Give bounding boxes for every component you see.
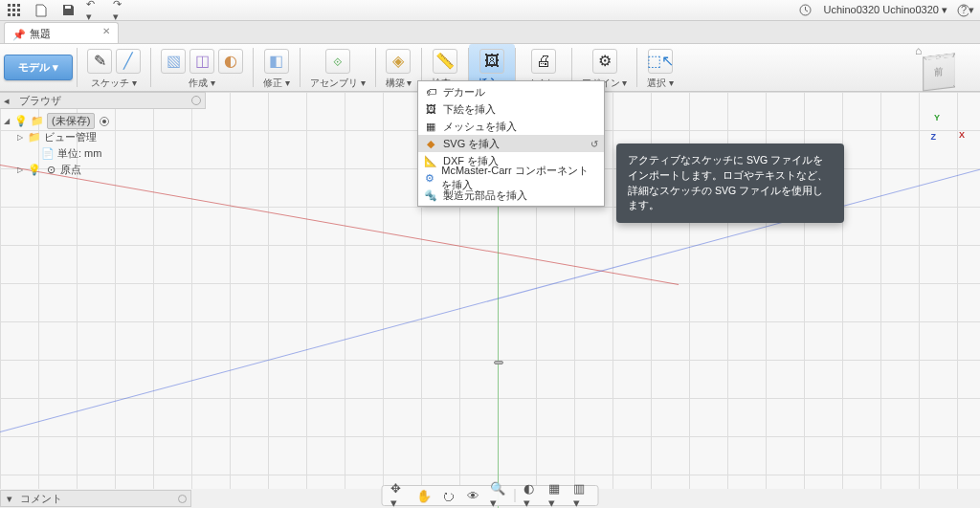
ribbon-construct[interactable]: ◈ 構築 ▾ (376, 44, 422, 91)
construct-icon: ◈ (386, 49, 411, 74)
viewcube-right[interactable]: 右 (953, 53, 955, 87)
ribbon-assembly[interactable]: ⟐ アセンブリ ▾ (301, 44, 375, 91)
menu-item-canvas[interactable]: 🖼下絵を挿入 (418, 100, 604, 118)
sketch-line-icon: ╱ (116, 49, 141, 74)
select-icon: ⬚↖ (648, 49, 673, 74)
ribbon-create[interactable]: ▧◫◐ 作成 ▾ (151, 44, 253, 91)
tree-item-origin[interactable]: ▷ 💡 ⊙ 原点 (2, 162, 204, 178)
top-toolbar: ↶ ▾ ↷ ▾ Uchino0320 Uchino0320 ▾ ? ▾ (0, 0, 980, 21)
lightbulb-off-icon[interactable]: 💡 (28, 164, 41, 177)
ribbon-label: スケッチ ▾ (91, 77, 137, 90)
viewport-layout-icon[interactable]: ▥ ▾ (573, 487, 590, 504)
axis-triad: X Y Z (932, 113, 965, 145)
ribbon-sketch[interactable]: ✎╱ スケッチ ▾ (78, 44, 150, 91)
browser-title: ブラウザ (19, 94, 61, 108)
ribbon-label: アセンブリ ▾ (310, 77, 366, 90)
orbit-free-icon[interactable]: ⭮ (440, 487, 457, 504)
canvas-icon: 🖼 (424, 102, 437, 116)
home-icon[interactable]: ⌂ (915, 44, 926, 55)
browser-header[interactable]: ◂ ブラウザ (0, 92, 206, 109)
modify-icon: ◧ (264, 49, 289, 74)
triad-z: Z (931, 132, 937, 142)
menu-item-label: 製造元部品を挿入 (443, 188, 527, 203)
menu-item-mcmaster[interactable]: ⚙McMaster-Carr コンポーネントを挿入 (418, 169, 604, 187)
menu-item-svg[interactable]: ◆SVG を挿入 (418, 135, 604, 152)
model-button[interactable]: モデル ▾ (4, 55, 73, 80)
ribbon-label: 構築 ▾ (386, 77, 412, 90)
pin-icon: 📌 (12, 29, 24, 40)
tree-root[interactable]: ◢ 💡 📁 (未保存) (2, 113, 204, 129)
tree-root-label: (未保存) (47, 113, 95, 129)
tree-item-units[interactable]: 📄 単位: mm (2, 145, 204, 162)
box-icon: ▧ (161, 49, 186, 74)
menu-item-decal[interactable]: 🏷デカール (418, 83, 604, 100)
radio-icon[interactable] (100, 117, 109, 126)
component-icon: 📁 (31, 115, 44, 128)
grid-icon[interactable]: ▦ ▾ (548, 487, 566, 504)
close-tab-icon[interactable]: ✕ (102, 26, 114, 37)
tree-item-label: 原点 (60, 163, 81, 177)
collapse-icon[interactable]: ◂ (4, 95, 15, 106)
make-icon: 🖨 (531, 49, 556, 74)
ribbon-select[interactable]: ⬚↖ 選択 ▾ (637, 44, 683, 91)
view-navigation-bar: ✥ ▾ ✋ ⭮ 👁 🔍 ▾ ◐ ▾ ▦ ▾ ▥ ▾ (382, 485, 599, 506)
svg-rect-4 (12, 9, 15, 11)
orbit-icon[interactable]: ✥ ▾ (390, 487, 408, 504)
insert-icon: 🖼 (479, 49, 504, 74)
undo-icon[interactable]: ↶ ▾ (86, 2, 103, 19)
workspace-switcher[interactable]: モデル ▾ (0, 44, 77, 91)
tree-item-label: ビュー管理 (44, 130, 97, 144)
assembly-icon: ⟐ (325, 49, 350, 74)
document-tabs: 📌 無題 ✕ (0, 21, 980, 44)
twisty-icon[interactable]: ▷ (15, 166, 25, 174)
svg-rect-1 (12, 4, 15, 7)
svg-rect-8 (17, 13, 20, 16)
browser-panel: ◂ ブラウザ ◢ 💡 📁 (未保存) ▷ 📁 ビュー管理 📄 単位: mm ▷ … (0, 92, 206, 182)
inspect-icon: 📏 (433, 49, 457, 74)
y-axis-line (498, 165, 499, 508)
zoom-icon[interactable]: 🔍 ▾ (490, 487, 507, 504)
bottom-bar: ▾ コメント ✥ ▾ ✋ ⭮ 👁 🔍 ▾ ◐ ▾ ▦ ▾ ▥ ▾ (0, 489, 980, 508)
lightbulb-icon[interactable]: 💡 (14, 115, 28, 128)
apps-grid-icon[interactable] (6, 2, 23, 19)
new-file-icon[interactable] (33, 2, 50, 19)
triad-y: Y (934, 113, 940, 122)
comment-panel-header[interactable]: ▾ コメント (0, 490, 191, 507)
svg-rect-9 (65, 6, 71, 9)
insert-dropdown-menu: 🏷デカール 🖼下絵を挿入 ▦メッシュを挿入 ◆SVG を挿入 📐DXF を挿入 … (417, 80, 605, 207)
menu-item-mesh[interactable]: ▦メッシュを挿入 (418, 118, 604, 135)
save-icon[interactable] (59, 2, 77, 19)
display-style-icon[interactable]: ◐ ▾ (523, 487, 541, 504)
menu-item-label: SVG を挿入 (443, 137, 500, 151)
svg-rect-0 (8, 4, 11, 7)
svg-rect-6 (8, 13, 11, 16)
help-icon[interactable]: ? ▾ (957, 2, 974, 19)
twisty-icon[interactable]: ▷ (15, 133, 25, 142)
comment-title: コメント (20, 492, 62, 506)
clock-icon[interactable] (796, 2, 813, 19)
units-icon: 📄 (41, 147, 55, 161)
svg-icon: ◆ (424, 137, 437, 150)
cylinder-icon: ◐ (218, 49, 243, 74)
tab-title: 無題 (30, 27, 51, 41)
folder-icon: 📁 (28, 131, 41, 144)
user-menu[interactable]: Uchino0320 Uchino0320 ▾ (823, 4, 947, 16)
redo-icon[interactable]: ↷ ▾ (113, 2, 130, 19)
decal-icon: 🏷 (424, 85, 437, 99)
svg-rect-2 (17, 4, 20, 7)
look-icon[interactable]: 👁 (465, 487, 482, 504)
panel-options-icon[interactable] (191, 96, 201, 105)
triad-x: X (959, 130, 965, 140)
viewcube[interactable]: ⌂ 前 右 上 (915, 50, 972, 107)
twisty-icon[interactable]: ◢ (2, 117, 11, 125)
ribbon-modify[interactable]: ◧ 修正 ▾ (254, 44, 300, 91)
collapse-icon[interactable]: ▾ (7, 493, 16, 505)
tree-item-views[interactable]: ▷ 📁 ビュー管理 (2, 129, 204, 145)
svg-rect-7 (12, 13, 15, 16)
mesh-icon: ▦ (424, 120, 437, 133)
menu-item-mfg[interactable]: 🔩製造元部品を挿入 (418, 187, 604, 204)
document-tab[interactable]: 📌 無題 ✕ (4, 22, 119, 43)
pan-icon[interactable]: ✋ (415, 487, 433, 504)
svg-rect-3 (8, 9, 11, 11)
panel-options-icon[interactable] (178, 495, 187, 503)
